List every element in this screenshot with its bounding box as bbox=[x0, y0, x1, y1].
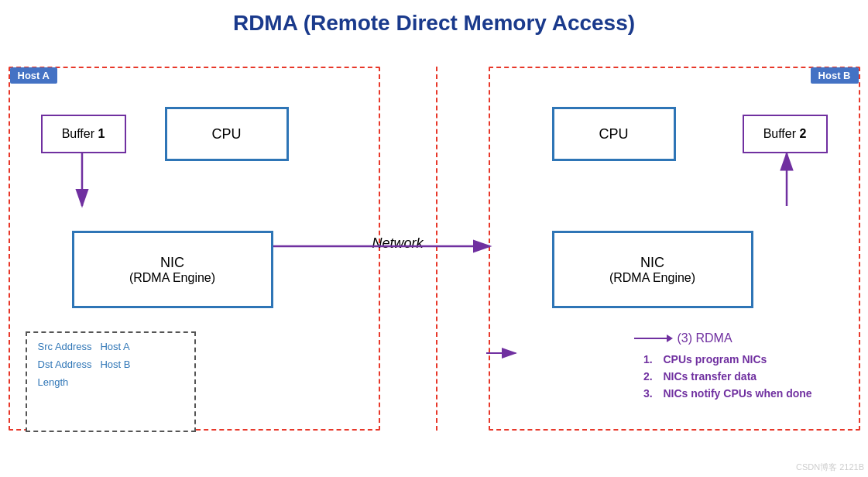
buffer-2-label: Buffer 2 bbox=[763, 127, 807, 141]
nic-a-box: NIC (RDMA Engine) bbox=[72, 231, 273, 308]
watermark: CSDN博客 2121B bbox=[796, 462, 864, 473]
host-a-label: Host A bbox=[10, 67, 57, 84]
buffer-1-box: Buffer 1 bbox=[41, 115, 126, 153]
dst-label: Dst Address bbox=[38, 359, 92, 370]
dst-value: Host B bbox=[100, 359, 130, 370]
nic-b-box: NIC (RDMA Engine) bbox=[552, 231, 753, 308]
rdma-steps-list: CPUs program NICs NICs transfer data NIC… bbox=[634, 353, 851, 400]
page-title: RDMA (Remote Direct Memory Access) bbox=[0, 0, 868, 43]
cpu-a-label: CPU bbox=[211, 126, 241, 142]
svg-marker-1 bbox=[667, 335, 673, 342]
nic-a-label-main: NIC bbox=[160, 255, 184, 271]
rdma-header-label: (3) RDMA bbox=[678, 331, 732, 345]
src-label: Src Address bbox=[38, 341, 92, 352]
dst-address-line: Dst Address Host B bbox=[38, 359, 184, 370]
info-box: Src Address Host A Dst Address Host B Le… bbox=[26, 331, 196, 432]
host-b-label: Host B bbox=[811, 67, 859, 84]
rdma-step-1: CPUs program NICs bbox=[656, 353, 851, 365]
nic-b-label-sub: (RDMA Engine) bbox=[609, 271, 695, 285]
rdma-step-3: NICs notify CPUs when done bbox=[656, 387, 851, 400]
length-label: Length bbox=[38, 376, 69, 388]
buffer-2-box: Buffer 2 bbox=[743, 115, 828, 153]
host-a-container: Host A Buffer 1 CPU NIC (RDMA Engine) Sr… bbox=[9, 67, 380, 431]
cpu-a-box: CPU bbox=[165, 107, 289, 161]
src-address-line: Src Address Host A bbox=[38, 341, 184, 352]
diagram-area: Host A Buffer 1 CPU NIC (RDMA Engine) Sr… bbox=[9, 43, 860, 454]
cpu-b-box: CPU bbox=[552, 107, 676, 161]
rdma-steps-section: (3) RDMA CPUs program NICs NICs transfer… bbox=[634, 331, 851, 404]
host-b-container: Host B Buffer 2 CPU NIC (RDMA Engine) (3… bbox=[489, 67, 860, 431]
src-value: Host A bbox=[100, 341, 129, 352]
nic-a-label-sub: (RDMA Engine) bbox=[129, 271, 215, 285]
rdma-step-2: NICs transfer data bbox=[656, 370, 851, 383]
rdma-arrow-icon bbox=[634, 331, 673, 345]
vertical-divider bbox=[436, 67, 437, 431]
length-line: Length bbox=[38, 376, 184, 388]
rdma-header: (3) RDMA bbox=[634, 331, 851, 345]
nic-b-label-main: NIC bbox=[640, 255, 664, 271]
network-label: Network bbox=[372, 235, 424, 252]
buffer-1-label: Buffer 1 bbox=[62, 127, 105, 141]
cpu-b-label: CPU bbox=[599, 126, 628, 142]
info-box-content: Src Address Host A Dst Address Host B Le… bbox=[27, 333, 194, 402]
